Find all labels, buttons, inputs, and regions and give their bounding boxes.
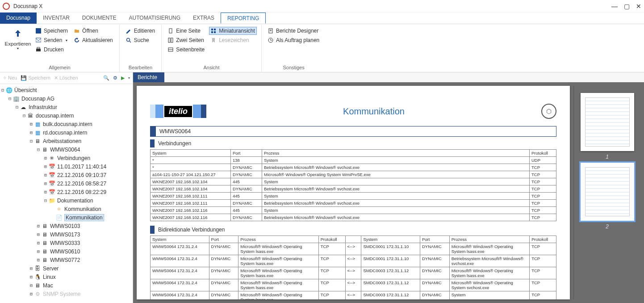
tab-dokumente[interactable]: DOKUMENTE bbox=[76, 13, 123, 24]
tree-save-button[interactable]: 💾 Speichern bbox=[21, 75, 50, 81]
pc-icon: 🖥 bbox=[34, 138, 41, 145]
node-overview[interactable]: ⊟🌐Übersicht bbox=[0, 86, 133, 94]
subtitle-bidi: Bidirektionale Verbindungen bbox=[150, 226, 556, 234]
node-site-bulk[interactable]: ⊞▦bulk.docusnap.intern bbox=[29, 120, 133, 128]
two-pages-icon bbox=[168, 38, 173, 43]
pc-icon: 🖥 bbox=[41, 146, 48, 153]
domain-icon: 🏛 bbox=[27, 112, 34, 119]
menu-strip: Docusnap INVENTAR DOKUMENTE AUTOMATISIER… bbox=[0, 13, 644, 24]
tree-new-button[interactable]: ✧ Neu bbox=[3, 75, 17, 81]
pc-icon: 🖥 bbox=[41, 248, 48, 255]
table-connections: System Port Prozess Protokoll *138System… bbox=[150, 149, 556, 221]
corner-logo-icon: ⬡ bbox=[541, 104, 556, 119]
tab-automatisierung[interactable]: AUTOMATISIERUNG bbox=[123, 13, 187, 24]
tree-search-icon[interactable]: 🔍 bbox=[103, 75, 109, 81]
site-icon: ▦ bbox=[34, 121, 41, 128]
refresh-button[interactable]: Aktualisieren bbox=[72, 36, 115, 44]
node-doc-komm-1[interactable]: 📄Kommunikation bbox=[50, 213, 133, 222]
svg-line-5 bbox=[130, 41, 131, 42]
bookmark-button[interactable]: Lesezeichen bbox=[209, 36, 257, 44]
node-snmp[interactable]: ⊞⚙SNMP Systeme bbox=[29, 290, 133, 298]
node-wmws0064[interactable]: ⊟🖥WMWS0064 bbox=[36, 145, 133, 154]
node-linux[interactable]: ⊞🐧Linux bbox=[29, 273, 133, 281]
schedule-button[interactable]: Als Auftrag planen bbox=[266, 36, 321, 44]
table-row: *138SystemUDP bbox=[151, 157, 556, 164]
export-button[interactable]: Exportieren ▾ bbox=[4, 26, 31, 64]
node-site-rd[interactable]: ⊞▦rd.docusnap.intern bbox=[29, 128, 133, 137]
thumbnails-button[interactable]: Miniaturansicht bbox=[209, 27, 257, 35]
print-button[interactable]: Drucken bbox=[34, 46, 70, 54]
thumb-page-1[interactable]: 1 bbox=[581, 93, 634, 151]
svg-rect-11 bbox=[211, 29, 213, 30]
report-viewer[interactable]: itelio Kommunikation ⬡ WMWS0064 Verbindu… bbox=[133, 82, 644, 303]
cloud-icon: ☁ bbox=[20, 104, 27, 111]
site-icon: ▦ bbox=[34, 129, 41, 136]
designer-button[interactable]: Berichte Designer bbox=[266, 27, 321, 35]
title-bar: Docusnap X — ▢ ✕ bbox=[0, 0, 644, 13]
report-small-icon: 📄 bbox=[55, 214, 63, 221]
node-ws-4[interactable]: ⊞🖥WMWS0772 bbox=[36, 256, 133, 264]
pc-icon: 🖥 bbox=[41, 223, 48, 230]
thumbnail-strip: 1 2 bbox=[573, 86, 640, 299]
node-ws-1[interactable]: ⊞🖥WMWS0173 bbox=[36, 230, 133, 239]
node-doc-komm-0[interactable]: ✧Kommunikation bbox=[50, 205, 133, 213]
send-button[interactable]: Senden▾ bbox=[34, 36, 70, 44]
ribbon-group-sonstiges: Berichte Designer Als Auftrag planen Son… bbox=[262, 24, 326, 72]
clock-icon bbox=[268, 38, 273, 43]
node-server[interactable]: ⊞🗄Server bbox=[29, 264, 133, 273]
tree-more-icon[interactable]: ▾ bbox=[128, 76, 130, 80]
tree[interactable]: ⊟🌐Übersicht ⊟🏢Docusnap AG ⊟☁Infrastruktu… bbox=[0, 84, 133, 303]
search-button[interactable]: Suche bbox=[124, 36, 157, 44]
node-snap-2[interactable]: ⊞📅22.12.2016 08:58:27 bbox=[43, 179, 133, 188]
tab-inventar[interactable]: INVENTAR bbox=[37, 13, 76, 24]
tree-delete-button[interactable]: ✕ Löschen bbox=[54, 75, 78, 81]
folder-icon: 📁 bbox=[48, 197, 55, 204]
save-icon bbox=[36, 28, 41, 34]
edit-button[interactable]: Editieren bbox=[124, 27, 157, 35]
node-documentation[interactable]: ⊟📁Dokumentation bbox=[43, 196, 133, 205]
report-tab[interactable]: Berichte bbox=[133, 72, 164, 82]
node-ws-2[interactable]: ⊞🖥WMWS0333 bbox=[36, 239, 133, 247]
close-button[interactable]: ✕ bbox=[636, 3, 641, 10]
two-pages-button[interactable]: Zwei Seiten bbox=[166, 36, 206, 44]
node-mac[interactable]: ⊞🖥Mac bbox=[29, 281, 133, 290]
table-row: WMWS0064 172.31.2.4DYNAMICMicrosoft® Win… bbox=[151, 291, 556, 300]
node-snap-0[interactable]: ⊞📅11.01.2017 11:40:14 bbox=[43, 162, 133, 171]
node-infra[interactable]: ⊟☁Infrastruktur bbox=[14, 103, 133, 111]
node-connections[interactable]: ⊞✳Verbindungen bbox=[43, 154, 133, 162]
tree-play-icon[interactable]: ▶ bbox=[121, 75, 125, 81]
group-label-ansicht: Ansicht bbox=[166, 64, 257, 71]
one-page-button[interactable]: Eine Seite bbox=[166, 27, 206, 35]
ribbon-group-bearbeiten: Editieren Suche Bearbeiten bbox=[120, 24, 162, 72]
node-snap-3[interactable]: ⊞📅22.12.2016 08:22:29 bbox=[43, 188, 133, 196]
minimize-button[interactable]: — bbox=[611, 3, 618, 10]
tree-toolbar: ✧ Neu 💾 Speichern ✕ Löschen 🔍 ⚙ ▶ ▾ bbox=[0, 72, 133, 84]
ribbon-group-allgemein: Exportieren ▾ Speichern Senden▾ Drucken … bbox=[0, 24, 120, 72]
folder-icon bbox=[74, 28, 79, 34]
node-ws-3[interactable]: ⊞🖥WMWS0610 bbox=[36, 247, 133, 256]
save-button[interactable]: Speichern bbox=[34, 27, 70, 35]
app-title: Docusnap X bbox=[13, 3, 42, 9]
search-icon bbox=[126, 38, 131, 43]
thumb-page-2[interactable]: 2 bbox=[581, 163, 634, 221]
node-domain[interactable]: ⊟🏛docusnap.intern bbox=[21, 111, 133, 120]
app-icon bbox=[3, 3, 10, 10]
node-ws-0[interactable]: ⊞🖥WMWS0103 bbox=[36, 222, 133, 230]
tab-reporting[interactable]: REPORTING bbox=[221, 13, 266, 24]
snmp-icon: ⚙ bbox=[34, 290, 41, 298]
maximize-button[interactable]: ▢ bbox=[624, 3, 630, 10]
table-row: a104-121-150-27 104.121.150.27DYNAMICMic… bbox=[151, 171, 556, 178]
node-workstations[interactable]: ⊟🖥Arbeitsstationen bbox=[29, 137, 133, 145]
node-snap-1[interactable]: ⊞📅22.12.2016 09:10:37 bbox=[43, 171, 133, 179]
tree-gear-icon[interactable]: ⚙ bbox=[113, 75, 117, 81]
node-company[interactable]: ⊟🏢Docusnap AG bbox=[7, 94, 133, 103]
pc-icon: 🖥 bbox=[41, 231, 48, 238]
pc-icon: 🖥 bbox=[41, 240, 48, 247]
ribbon: Exportieren ▾ Speichern Senden▾ Drucken … bbox=[0, 24, 644, 72]
svg-rect-12 bbox=[214, 29, 216, 30]
open-button[interactable]: Öffnen bbox=[72, 27, 115, 35]
tab-file[interactable]: Docusnap bbox=[0, 13, 37, 24]
page-width-button[interactable]: Seitenbreite bbox=[166, 46, 206, 54]
tab-extras[interactable]: EXTRAS bbox=[187, 13, 221, 24]
connection-icon: ✳ bbox=[48, 155, 55, 162]
